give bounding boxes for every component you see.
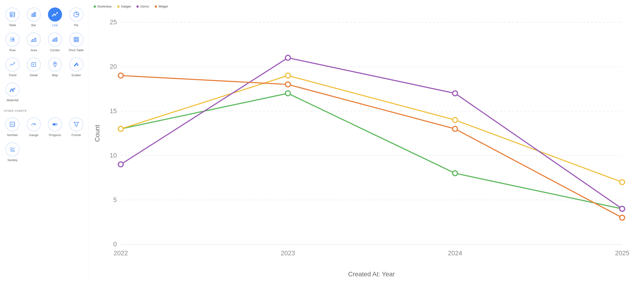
svg-point-8 — [54, 14, 54, 14]
svg-text:2023: 2023 — [281, 250, 295, 257]
chart-area: 05101520252022202320242025Created At: Ye… — [94, 12, 637, 279]
pivot-icon — [69, 32, 83, 46]
combo-icon — [48, 32, 62, 46]
detail-icon — [27, 57, 41, 71]
chart-type-line[interactable]: Line — [45, 5, 65, 29]
funnel-icon — [69, 117, 83, 131]
line-icon — [48, 7, 62, 21]
chart-type-combo[interactable]: Combo — [45, 30, 65, 54]
svg-text:10: 10 — [110, 152, 117, 159]
svg-text:42: 42 — [11, 123, 14, 126]
svg-point-65 — [118, 126, 123, 131]
legend-label-widget: Widget — [158, 5, 168, 8]
svg-line-42 — [10, 151, 15, 151]
svg-point-74 — [286, 82, 290, 87]
svg-text:20: 20 — [110, 63, 117, 70]
svg-point-68 — [620, 180, 624, 185]
other-charts-section-title: OTHER CHARTS — [2, 108, 86, 115]
chart-type-bar[interactable]: Bar — [24, 5, 44, 29]
legend-item-gizmo: Gizmo — [136, 5, 149, 8]
chart-legend: DoohickeyGadgetGizmoWidget — [94, 5, 637, 8]
svg-rect-0 — [10, 12, 15, 17]
row-icon — [6, 32, 20, 46]
chart-label-funnel: Funnel — [72, 133, 81, 137]
svg-rect-23 — [32, 62, 36, 66]
svg-rect-15 — [53, 40, 53, 42]
chart-type-pivot-table[interactable]: Pivot Table — [66, 30, 86, 54]
table-icon — [6, 7, 20, 21]
svg-point-72 — [620, 206, 624, 211]
svg-point-66 — [286, 73, 290, 78]
chart-label-detail: Detail — [30, 73, 38, 77]
svg-point-76 — [620, 215, 624, 220]
gauge-icon — [27, 117, 41, 131]
svg-point-26 — [54, 63, 56, 64]
svg-text:2022: 2022 — [114, 250, 128, 257]
svg-point-30 — [75, 64, 76, 65]
svg-point-10 — [57, 12, 58, 13]
chart-type-map[interactable]: Map — [45, 55, 65, 79]
svg-text:Created At: Year: Created At: Year — [348, 271, 395, 278]
chart-type-detail[interactable]: Detail — [24, 55, 44, 79]
chart-label-progress: Progress — [49, 133, 61, 137]
chart-label-map: Map — [52, 73, 58, 77]
svg-text:5: 5 — [113, 196, 117, 203]
svg-rect-16 — [54, 39, 55, 42]
chart-type-area[interactable]: Area — [24, 30, 44, 54]
legend-dot-widget — [155, 5, 157, 8]
svg-line-37 — [34, 124, 35, 126]
svg-text:0: 0 — [113, 241, 117, 248]
chart-label-scatter: Scatter — [71, 73, 81, 77]
chart-type-table[interactable]: Table — [2, 5, 23, 29]
svg-rect-18 — [74, 37, 79, 42]
scatter-icon — [69, 57, 83, 71]
chart-type-progress[interactable]: Progress — [45, 115, 65, 139]
legend-dot-doohickey — [94, 5, 96, 8]
svg-point-29 — [77, 64, 78, 65]
svg-point-62 — [286, 91, 290, 96]
progress-icon — [48, 117, 62, 131]
chart-label-area: Area — [30, 48, 37, 52]
svg-text:15: 15 — [110, 107, 117, 115]
chart-type-row[interactable]: Row — [2, 30, 23, 54]
legend-label-gizmo: Gizmo — [140, 5, 149, 8]
number-icon: 42 — [6, 117, 20, 131]
chart-type-number[interactable]: 42Number — [2, 115, 23, 139]
svg-line-41 — [10, 149, 15, 150]
svg-rect-5 — [33, 13, 34, 16]
chart-label-row: Row — [9, 48, 16, 52]
chart-label-sankey: Sankey — [8, 158, 18, 162]
svg-text:2024: 2024 — [448, 250, 462, 257]
waterfall-icon — [6, 82, 20, 97]
legend-dot-gizmo — [136, 5, 139, 8]
chart-type-trend[interactable]: Trend — [2, 55, 23, 79]
chart-type-pie[interactable]: Pie — [66, 5, 86, 29]
other-charts-grid: 42NumberGaugeProgressFunnelSankey — [2, 115, 86, 164]
chart-type-gauge[interactable]: Gauge — [24, 115, 44, 139]
svg-rect-34 — [14, 88, 15, 89]
svg-point-75 — [452, 126, 458, 131]
chart-type-waterfall[interactable]: Waterfall — [2, 80, 23, 104]
svg-text:Count: Count — [94, 125, 101, 142]
chart-type-funnel[interactable]: Funnel — [66, 115, 86, 139]
chart-label-line: Line — [52, 23, 58, 27]
chart-type-scatter[interactable]: Scatter — [66, 55, 86, 79]
svg-rect-33 — [13, 89, 13, 92]
chart-type-sankey[interactable]: Sankey — [2, 140, 23, 164]
map-icon — [48, 57, 62, 71]
svg-point-27 — [74, 65, 75, 66]
chart-label-waterfall: Waterfall — [6, 98, 18, 102]
line-chart: 05101520252022202320242025Created At: Ye… — [94, 12, 637, 279]
legend-item-doohickey: Doohickey — [94, 5, 112, 8]
chart-label-bar: Bar — [31, 23, 36, 27]
sidebar: TableBarLinePieRowAreaComboPivot TableTr… — [0, 0, 89, 281]
chart-footer: View All time ▾ by Year ▾ — [94, 279, 637, 281]
main-content: DoohickeyGadgetGizmoWidget 0510152025202… — [89, 0, 644, 281]
svg-rect-6 — [35, 12, 36, 16]
chart-label-trend: Trend — [9, 73, 16, 77]
chart-label-pivot-table: Pivot Table — [69, 48, 84, 52]
svg-point-28 — [76, 63, 77, 64]
chart-label-number: Number — [7, 133, 18, 137]
svg-point-71 — [452, 91, 458, 96]
trend-icon — [6, 57, 20, 71]
